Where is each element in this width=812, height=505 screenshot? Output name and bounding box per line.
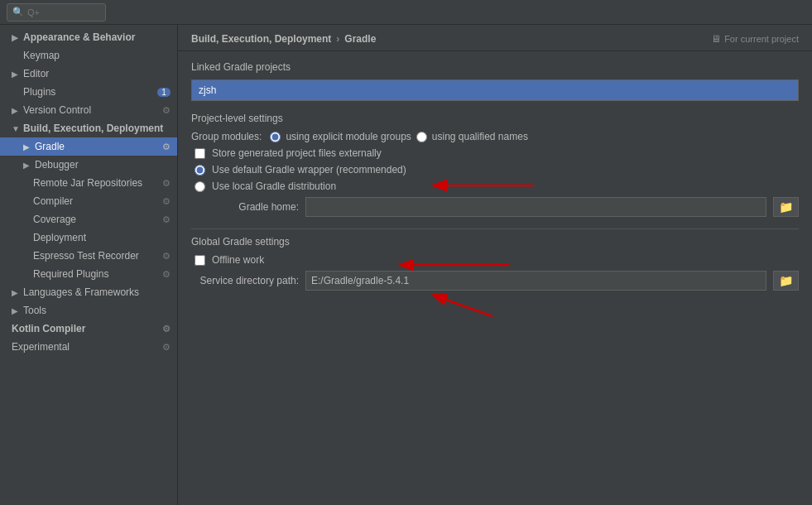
sidebar-item-label: Kotlin Compiler	[12, 323, 85, 334]
store-files-label[interactable]: Store generated project files externally	[212, 147, 382, 159]
gradle-home-folder-button[interactable]: 📁	[773, 197, 799, 217]
search-input[interactable]	[27, 7, 100, 17]
content-body: Linked Gradle projects zjsh Project-leve…	[178, 51, 812, 505]
sidebar: ▶ Appearance & Behavior Keymap ▶ Editor …	[0, 25, 178, 505]
global-gradle-label: Global Gradle settings	[191, 236, 799, 248]
top-bar: 🔍	[0, 0, 812, 25]
sidebar-item-plugins[interactable]: Plugins 1	[0, 83, 177, 101]
service-directory-input[interactable]	[305, 271, 766, 291]
svg-line-5	[435, 296, 492, 316]
sidebar-item-label: Build, Execution, Deployment	[23, 123, 163, 134]
sidebar-item-gradle[interactable]: ▶ Gradle ⚙	[0, 137, 177, 156]
arrow-icon: ▶	[23, 142, 31, 152]
plugins-badge: 1	[157, 88, 171, 97]
sidebar-item-label: Languages & Frameworks	[23, 286, 139, 298]
sidebar-item-tools[interactable]: ▶ Tools	[0, 301, 177, 320]
arrow-icon: ▶	[12, 306, 20, 315]
sidebar-item-label: Tools	[23, 305, 46, 316]
global-gradle-settings: Global Gradle settings Offline work Serv…	[191, 236, 799, 291]
sidebar-item-experimental[interactable]: Experimental ⚙	[0, 338, 177, 356]
gradle-home-row: Gradle home: 📁	[191, 197, 799, 217]
sidebar-item-keymap[interactable]: Keymap	[0, 46, 177, 65]
sidebar-item-label: Coverage	[33, 214, 76, 225]
breadcrumb-parent: Build, Execution, Deployment	[191, 33, 331, 45]
offline-work-row: Offline work	[195, 254, 799, 266]
sidebar-item-label: Experimental	[12, 341, 70, 353]
use-default-wrapper-row: Use default Gradle wrapper (recommended)	[195, 164, 799, 176]
project-level-label: Project-level settings	[191, 113, 799, 124]
use-local-dist-row: Use local Gradle distribution	[195, 180, 799, 192]
settings-icon: ⚙	[162, 324, 171, 334]
radio-local-distribution[interactable]	[195, 181, 205, 192]
sidebar-item-build-execution[interactable]: ▼ Build, Execution, Deployment	[0, 119, 177, 137]
group-modules-label: Group modules:	[191, 131, 262, 142]
radio-explicit-label[interactable]: using explicit module groups	[286, 131, 411, 142]
content-header: Build, Execution, Deployment › Gradle 🖥 …	[178, 25, 812, 51]
radio-qualified-label[interactable]: using qualified names	[432, 131, 528, 142]
group-modules-row: Group modules: using explicit module gro…	[191, 131, 799, 142]
sidebar-item-compiler[interactable]: Compiler ⚙	[0, 192, 177, 210]
arrow-icon: ▼	[12, 124, 20, 133]
use-local-dist-label[interactable]: Use local Gradle distribution	[212, 180, 336, 192]
gradle-home-input[interactable]	[305, 197, 766, 217]
settings-icon: ⚙	[162, 251, 171, 262]
arrow-icon: ▶	[12, 106, 20, 115]
sidebar-item-label: Version Control	[23, 104, 91, 116]
use-default-wrapper-label[interactable]: Use default Gradle wrapper (recommended)	[212, 164, 406, 176]
service-directory-folder-button[interactable]: 📁	[773, 271, 799, 291]
linked-gradle-project-item[interactable]: zjsh	[192, 80, 798, 100]
for-current-project: 🖥 For current project	[711, 33, 799, 45]
offline-work-checkbox[interactable]	[195, 255, 205, 266]
sidebar-item-label: Appearance & Behavior	[23, 31, 135, 43]
service-directory-row: Service directory path: 📁	[191, 271, 799, 291]
breadcrumb: Build, Execution, Deployment › Gradle	[191, 33, 376, 45]
sidebar-item-label: Espresso Test Recorder	[33, 250, 139, 262]
settings-icon: ⚙	[162, 178, 171, 189]
store-files-checkbox[interactable]	[195, 148, 205, 159]
sidebar-item-debugger[interactable]: ▶ Debugger	[0, 156, 177, 174]
sidebar-item-label: Remote Jar Repositories	[33, 177, 142, 189]
breadcrumb-separator: ›	[336, 33, 339, 45]
radio-qualified-names[interactable]	[416, 132, 427, 142]
arrow-icon: ▶	[23, 161, 31, 170]
settings-icon: ⚙	[162, 142, 171, 152]
sidebar-item-appearance[interactable]: ▶ Appearance & Behavior	[0, 28, 177, 46]
search-box[interactable]: 🔍	[7, 3, 106, 22]
sidebar-item-label: Compiler	[33, 195, 73, 207]
settings-icon: ⚙	[162, 269, 171, 280]
monitor-icon: 🖥	[711, 33, 721, 45]
main-layout: ▶ Appearance & Behavior Keymap ▶ Editor …	[0, 25, 812, 505]
content-area: Build, Execution, Deployment › Gradle 🖥 …	[178, 25, 812, 505]
sidebar-item-label: Gradle	[35, 141, 65, 152]
sidebar-item-coverage[interactable]: Coverage ⚙	[0, 210, 177, 228]
sidebar-item-label: Deployment	[33, 232, 86, 243]
radio-explicit-module-groups[interactable]	[270, 132, 281, 142]
sidebar-item-editor[interactable]: ▶ Editor	[0, 65, 177, 83]
breadcrumb-current: Gradle	[344, 33, 376, 45]
sidebar-item-version-control[interactable]: ▶ Version Control ⚙	[0, 101, 177, 119]
sidebar-item-deployment[interactable]: Deployment	[0, 228, 177, 247]
project-level-settings: Project-level settings Group modules: us…	[191, 113, 799, 217]
sidebar-item-label: Keymap	[23, 50, 60, 61]
sidebar-item-label: Editor	[23, 68, 49, 79]
sidebar-item-label: Plugins	[23, 86, 55, 98]
linked-gradle-list: zjsh	[191, 79, 799, 101]
radio-default-wrapper[interactable]	[195, 165, 205, 176]
sidebar-item-label: Required Plugins	[33, 268, 108, 280]
arrow-icon: ▶	[12, 33, 20, 42]
for-current-project-label: For current project	[724, 34, 799, 44]
arrow-icon: ▶	[12, 288, 20, 297]
sidebar-item-espresso[interactable]: Espresso Test Recorder ⚙	[0, 247, 177, 265]
sidebar-item-required-plugins[interactable]: Required Plugins ⚙	[0, 265, 177, 283]
sidebar-item-label: Debugger	[35, 159, 79, 171]
gradle-home-label: Gradle home:	[191, 201, 299, 213]
settings-icon: ⚙	[162, 105, 171, 116]
arrow-icon: ▶	[12, 70, 20, 79]
sidebar-item-languages[interactable]: ▶ Languages & Frameworks	[0, 283, 177, 301]
settings-icon: ⚙	[162, 196, 171, 207]
service-directory-label: Service directory path:	[191, 275, 299, 286]
sidebar-item-remote-jar[interactable]: Remote Jar Repositories ⚙	[0, 174, 177, 192]
sidebar-item-kotlin-compiler[interactable]: Kotlin Compiler ⚙	[0, 320, 177, 338]
settings-icon: ⚙	[162, 342, 171, 353]
offline-work-label[interactable]: Offline work	[212, 254, 264, 266]
